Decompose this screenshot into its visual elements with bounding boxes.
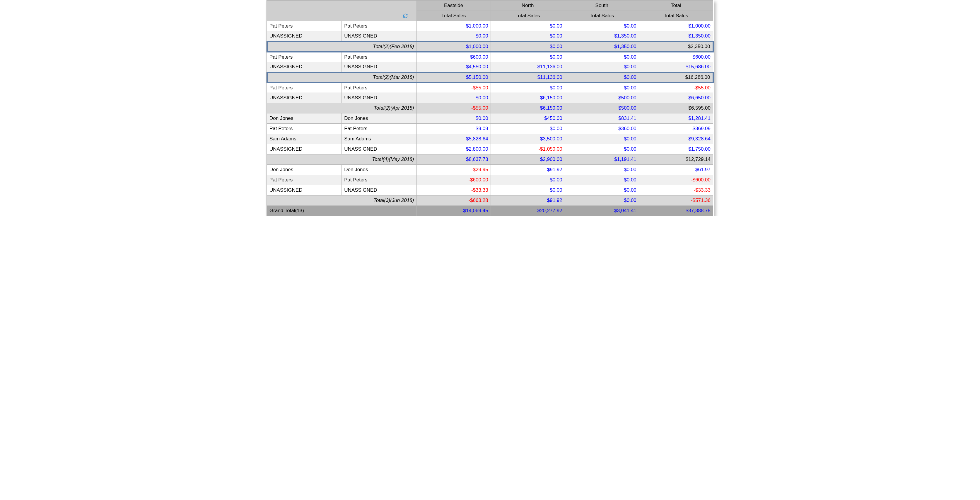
data-cell[interactable]: $9,328.64 — [639, 134, 713, 144]
col-header-region[interactable]: North — [491, 1, 565, 11]
subtotal-cell[interactable]: $1,350.00 — [565, 42, 639, 52]
data-cell[interactable]: $0.00 — [565, 52, 639, 62]
table-row[interactable]: Pat PetersPat Peters$600.00$0.00$0.00$60… — [267, 52, 713, 62]
row-label[interactable]: Pat Peters — [267, 124, 342, 134]
data-cell[interactable]: $0.00 — [417, 93, 491, 103]
data-cell[interactable]: $0.00 — [417, 31, 491, 42]
data-cell[interactable]: $450.00 — [491, 113, 565, 124]
data-cell[interactable]: -$1,050.00 — [491, 144, 565, 155]
data-cell[interactable]: $0.00 — [565, 185, 639, 195]
subtotal-cell[interactable]: $0.00 — [565, 72, 639, 83]
data-cell[interactable]: $1,750.00 — [639, 144, 713, 155]
data-cell[interactable]: $0.00 — [565, 21, 639, 31]
table-row[interactable]: Don JonesDon Jones-$29.95$91.92$0.00$61.… — [267, 165, 713, 175]
data-cell[interactable]: $0.00 — [565, 165, 639, 175]
col-header-measure[interactable]: Total Sales — [491, 11, 565, 21]
row-label[interactable]: UNASSIGNED — [267, 185, 342, 195]
subtotal-row[interactable]: Total(4)(May 2018)$8,637.73$2,900.00$1,1… — [267, 155, 713, 165]
subtotal-row[interactable]: Total(3)(Jun 2018)-$663.28$91.92$0.00-$5… — [267, 195, 713, 206]
subtotal-cell[interactable]: $12,729.14 — [639, 155, 713, 165]
row-label[interactable]: UNASSIGNED — [267, 31, 342, 42]
data-cell[interactable]: $0.00 — [491, 185, 565, 195]
table-row[interactable]: Don JonesDon Jones$0.00$450.00$831.41$1,… — [267, 113, 713, 124]
col-header-region[interactable]: Total — [639, 1, 713, 11]
row-label[interactable]: Pat Peters — [342, 21, 417, 31]
subtotal-cell[interactable]: $1,000.00 — [417, 42, 491, 52]
row-label[interactable]: UNASSIGNED — [342, 144, 417, 155]
data-cell[interactable]: $0.00 — [491, 52, 565, 62]
subtotal-cell[interactable]: $16,286.00 — [639, 72, 713, 83]
table-row[interactable]: Pat PetersPat Peters-$55.00$0.00$0.00-$5… — [267, 83, 713, 93]
subtotal-row[interactable]: Total(2)(Mar 2018)$5,150.00$11,136.00$0.… — [267, 72, 713, 83]
subtotal-cell[interactable]: $91.92 — [491, 195, 565, 206]
data-cell[interactable]: $0.00 — [491, 124, 565, 134]
subtotal-cell[interactable]: $11,136.00 — [491, 72, 565, 83]
grand-total-cell[interactable]: $37,388.78 — [639, 206, 713, 216]
data-cell[interactable]: -$600.00 — [639, 175, 713, 185]
row-label[interactable]: Pat Peters — [342, 52, 417, 62]
data-cell[interactable]: $0.00 — [565, 134, 639, 144]
data-cell[interactable]: $91.92 — [491, 165, 565, 175]
row-label[interactable]: Pat Peters — [342, 175, 417, 185]
data-cell[interactable]: -$29.95 — [417, 165, 491, 175]
data-cell[interactable]: $4,550.00 — [417, 62, 491, 72]
data-cell[interactable]: -$33.33 — [417, 185, 491, 195]
data-cell[interactable]: $360.00 — [565, 124, 639, 134]
row-label[interactable]: Pat Peters — [342, 83, 417, 93]
col-header-measure[interactable]: Total Sales — [639, 11, 713, 21]
row-label[interactable]: Sam Adams — [267, 134, 342, 144]
row-label[interactable]: Don Jones — [342, 165, 417, 175]
table-row[interactable]: UNASSIGNEDUNASSIGNED$0.00$0.00$1,350.00$… — [267, 31, 713, 42]
data-cell[interactable]: $6,650.00 — [639, 93, 713, 103]
subtotal-cell[interactable]: $6,150.00 — [491, 103, 565, 113]
grand-total-cell[interactable]: $14,069.45 — [417, 206, 491, 216]
col-header-region[interactable]: Eastside — [417, 1, 491, 11]
col-header-region[interactable]: South — [565, 1, 639, 11]
row-label[interactable]: Pat Peters — [342, 124, 417, 134]
table-row[interactable]: UNASSIGNEDUNASSIGNED$0.00$6,150.00$500.0… — [267, 93, 713, 103]
data-cell[interactable]: -$600.00 — [417, 175, 491, 185]
table-row[interactable]: Pat PetersPat Peters$1,000.00$0.00$0.00$… — [267, 21, 713, 31]
subtotal-cell[interactable]: $5,150.00 — [417, 72, 491, 83]
data-cell[interactable]: $0.00 — [565, 83, 639, 93]
data-cell[interactable]: $0.00 — [491, 175, 565, 185]
row-label[interactable]: Don Jones — [267, 113, 342, 124]
data-cell[interactable]: $1,281.41 — [639, 113, 713, 124]
table-row[interactable]: UNASSIGNEDUNASSIGNED$2,800.00-$1,050.00$… — [267, 144, 713, 155]
data-cell[interactable]: $600.00 — [417, 52, 491, 62]
data-cell[interactable]: $2,800.00 — [417, 144, 491, 155]
data-cell[interactable]: $831.41 — [565, 113, 639, 124]
subtotal-cell[interactable]: $6,595.00 — [639, 103, 713, 113]
data-cell[interactable]: $369.09 — [639, 124, 713, 134]
data-cell[interactable]: $9.09 — [417, 124, 491, 134]
table-row[interactable]: Pat PetersPat Peters$9.09$0.00$360.00$36… — [267, 124, 713, 134]
table-row[interactable]: UNASSIGNEDUNASSIGNED-$33.33$0.00$0.00-$3… — [267, 185, 713, 195]
subtotal-cell[interactable]: $500.00 — [565, 103, 639, 113]
col-header-measure[interactable]: Total Sales — [565, 11, 639, 21]
data-cell[interactable]: $6,150.00 — [491, 93, 565, 103]
data-cell[interactable]: $0.00 — [565, 175, 639, 185]
data-cell[interactable]: $1,350.00 — [565, 31, 639, 42]
grand-total-cell[interactable]: $20,277.92 — [491, 206, 565, 216]
row-label[interactable]: UNASSIGNED — [342, 31, 417, 42]
table-row[interactable]: UNASSIGNEDUNASSIGNED$4,550.00$11,136.00$… — [267, 62, 713, 72]
data-cell[interactable]: $1,350.00 — [639, 31, 713, 42]
data-cell[interactable]: -$33.33 — [639, 185, 713, 195]
data-cell[interactable]: $11,136.00 — [491, 62, 565, 72]
data-cell[interactable]: $61.97 — [639, 165, 713, 175]
col-header-measure[interactable]: Total Sales — [417, 11, 491, 21]
subtotal-cell[interactable]: $2,350.00 — [639, 42, 713, 52]
refresh-icon[interactable] — [401, 13, 409, 19]
subtotal-row[interactable]: Total(2)(Apr 2018)-$55.00$6,150.00$500.0… — [267, 103, 713, 113]
table-row[interactable]: Sam AdamsSam Adams$5,828.64$3,500.00$0.0… — [267, 134, 713, 144]
data-cell[interactable]: $15,686.00 — [639, 62, 713, 72]
row-label[interactable]: Don Jones — [342, 113, 417, 124]
subtotal-cell[interactable]: $0.00 — [565, 195, 639, 206]
row-label[interactable]: UNASSIGNED — [267, 144, 342, 155]
data-cell[interactable]: $3,500.00 — [491, 134, 565, 144]
subtotal-cell[interactable]: $0.00 — [491, 42, 565, 52]
subtotal-cell[interactable]: $2,900.00 — [491, 155, 565, 165]
grand-total-cell[interactable]: $3,041.41 — [565, 206, 639, 216]
data-cell[interactable]: $5,828.64 — [417, 134, 491, 144]
data-cell[interactable]: $0.00 — [417, 113, 491, 124]
